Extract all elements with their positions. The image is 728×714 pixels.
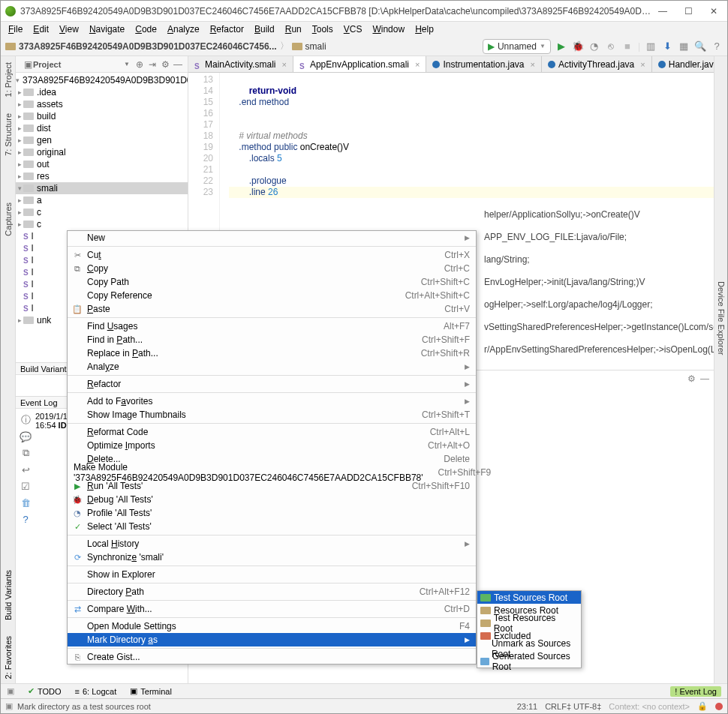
clear-icon[interactable]: ☑ xyxy=(20,481,31,491)
sdk-button[interactable]: ⬇ xyxy=(661,40,673,52)
settings-icon[interactable]: ⚙ xyxy=(160,59,170,70)
breadcrumb[interactable]: 373A8925F46B92420549A0D9B3D901D037EC2460… xyxy=(5,40,480,52)
menu-window[interactable]: Window xyxy=(368,22,409,36)
caret-position[interactable]: 23:11 xyxy=(517,702,538,711)
tree-node[interactable]: ▾ 373A8925F46B92420549A0D9B3D901D0 xyxy=(16,74,188,86)
menu-item[interactable]: 🐞Debug 'All Tests' xyxy=(68,493,476,506)
tree-node[interactable]: ▸res xyxy=(16,170,188,182)
menu-item[interactable]: Analyze▶ xyxy=(68,360,476,374)
menu-item[interactable]: Replace in Path...Ctrl+Shift+R xyxy=(68,346,476,360)
menu-item[interactable]: Make Module '373A8925F46B92420549A0D9B3D… xyxy=(68,466,476,479)
menu-item[interactable]: Local History▶ xyxy=(68,537,476,550)
error-indicator-icon[interactable] xyxy=(715,703,723,710)
terminal-tab[interactable]: ▣Terminal xyxy=(130,686,172,696)
menu-item[interactable]: Show in Explorer xyxy=(68,568,476,581)
menu-item[interactable]: Mark Directory as▶ xyxy=(68,633,476,646)
maximize-button[interactable]: ☐ xyxy=(679,6,697,16)
gear-icon[interactable]: ⚙ xyxy=(687,374,696,384)
tool-window-icon[interactable]: ▣ xyxy=(7,686,14,696)
context-selector[interactable]: Context: <no context> xyxy=(609,702,690,711)
rail-project[interactable]: 1: Project xyxy=(4,62,13,97)
help-button[interactable]: ? xyxy=(711,40,723,52)
rail-favorites[interactable]: 2: Favorites xyxy=(4,636,13,679)
tree-node[interactable]: ▸a xyxy=(16,194,188,206)
submenu-item[interactable]: Test Sources Root xyxy=(477,591,581,604)
search-button[interactable]: 🔍 xyxy=(694,40,706,52)
trash-icon[interactable]: 🗑 xyxy=(20,497,31,508)
submenu-item[interactable]: Test Resources Root xyxy=(477,616,581,629)
tree-node[interactable]: ▸c xyxy=(16,218,188,230)
info-icon[interactable]: ⓘ xyxy=(20,415,31,425)
tree-node[interactable]: ▸c xyxy=(16,206,188,218)
editor-tab[interactable]: MainActivity.smali× xyxy=(188,56,293,72)
submenu-item[interactable]: Generated Sources Root xyxy=(477,655,581,668)
menu-vcs[interactable]: VCS xyxy=(339,22,367,36)
menu-view[interactable]: View xyxy=(55,22,83,36)
minimize-button[interactable]: — xyxy=(654,6,672,16)
editor-tab[interactable]: AppEnvApplication.smali× xyxy=(293,56,427,72)
menu-item[interactable]: Open Module SettingsF4 xyxy=(68,620,476,633)
menu-item[interactable]: New▶ xyxy=(68,231,476,244)
menu-item[interactable]: ⇄Compare With...Ctrl+D xyxy=(68,602,476,616)
menu-help[interactable]: Help xyxy=(411,22,438,36)
menu-item[interactable]: Optimize ImportsCtrl+Alt+O xyxy=(68,439,476,452)
menu-edit[interactable]: Edit xyxy=(29,22,53,36)
menu-analyze[interactable]: Analyze xyxy=(163,22,204,36)
tree-node[interactable]: ▾smali xyxy=(16,182,188,194)
rail-build-variants[interactable]: Build Variants xyxy=(4,570,13,620)
menu-item[interactable]: Directory PathCtrl+Alt+F12 xyxy=(68,585,476,598)
todo-tab[interactable]: ✔TODO xyxy=(28,686,62,696)
menu-item[interactable]: ⧉CopyCtrl+C xyxy=(68,262,476,275)
event-log-tab[interactable]: ! Event Log xyxy=(670,686,721,697)
close-icon[interactable]: × xyxy=(640,60,645,69)
tree-node[interactable]: ▸.idea xyxy=(16,86,188,98)
menu-refactor[interactable]: Refactor xyxy=(206,22,248,36)
close-icon[interactable]: × xyxy=(530,60,534,69)
menu-code[interactable]: Code xyxy=(131,22,161,36)
hide-icon[interactable]: — xyxy=(173,59,183,70)
line-separator[interactable]: CRLF‡ UTF-8‡ xyxy=(545,702,601,711)
close-icon[interactable]: × xyxy=(415,60,420,69)
run-config-selector[interactable]: ▶ Unnamed ▼ xyxy=(483,39,551,54)
profile-button[interactable]: ◔ xyxy=(588,40,600,52)
menu-item[interactable]: ⎘Create Gist... xyxy=(68,650,476,664)
collapse-icon[interactable]: ⇥ xyxy=(147,59,158,70)
menu-tools[interactable]: Tools xyxy=(308,22,338,36)
debug-button[interactable]: 🐞 xyxy=(572,40,584,52)
menu-item[interactable]: ⟳Synchronize 'smali' xyxy=(68,550,476,564)
menu-item[interactable]: Find UsagesAlt+F7 xyxy=(68,320,476,333)
tree-node[interactable]: ▸build xyxy=(16,110,188,122)
menu-item[interactable]: Find in Path...Ctrl+Shift+F xyxy=(68,333,476,346)
editor-tab[interactable]: ActivityThread.java× xyxy=(542,56,652,72)
lock-icon[interactable]: 🔒 xyxy=(697,701,708,711)
balloon-icon[interactable]: 💬 xyxy=(20,431,31,442)
filter-icon[interactable]: ⧉ xyxy=(20,448,31,458)
rail-device-explorer[interactable]: Device File Explorer xyxy=(717,281,726,355)
tree-node[interactable]: ▸gen xyxy=(16,134,188,146)
menu-item[interactable]: Refactor▶ xyxy=(68,377,476,391)
run-button[interactable]: ▶ xyxy=(555,40,567,52)
menu-navigate[interactable]: Navigate xyxy=(85,22,129,36)
avd-button[interactable]: ▥ xyxy=(645,40,657,52)
tree-node[interactable]: ▸assets xyxy=(16,98,188,110)
menu-item[interactable]: Reformat CodeCtrl+Alt+L xyxy=(68,425,476,439)
status-icon[interactable]: ▣ xyxy=(5,701,13,711)
select-opened-icon[interactable]: ⊕ xyxy=(134,59,145,70)
rail-structure[interactable]: 7: Structure xyxy=(4,113,13,156)
minimize-icon[interactable]: — xyxy=(700,374,709,384)
help-icon[interactable]: ? xyxy=(20,514,31,524)
menu-item[interactable]: ▶Run 'All Tests'Ctrl+Shift+F10 xyxy=(68,479,476,493)
context-submenu[interactable]: Test Sources RootResources RootTest Reso… xyxy=(477,590,582,668)
project-structure-button[interactable]: ▦ xyxy=(678,40,690,52)
menu-item[interactable]: ✓Select 'All Tests' xyxy=(68,520,476,533)
menu-item[interactable]: ◔Profile 'All Tests' xyxy=(68,506,476,520)
context-menu[interactable]: New▶✂CutCtrl+X⧉CopyCtrl+CCopy PathCtrl+S… xyxy=(67,230,477,664)
menu-run[interactable]: Run xyxy=(281,22,306,36)
menu-item[interactable]: Show Image ThumbnailsCtrl+Shift+T xyxy=(68,408,476,422)
tree-node[interactable]: ▸out xyxy=(16,158,188,170)
rail-captures[interactable]: Captures xyxy=(4,202,13,236)
wrap-icon[interactable]: ↩ xyxy=(20,464,31,475)
menu-item[interactable]: Copy PathCtrl+Shift+C xyxy=(68,275,476,289)
menu-item[interactable]: Copy ReferenceCtrl+Alt+Shift+C xyxy=(68,289,476,302)
menu-item[interactable]: 📋PasteCtrl+V xyxy=(68,302,476,316)
